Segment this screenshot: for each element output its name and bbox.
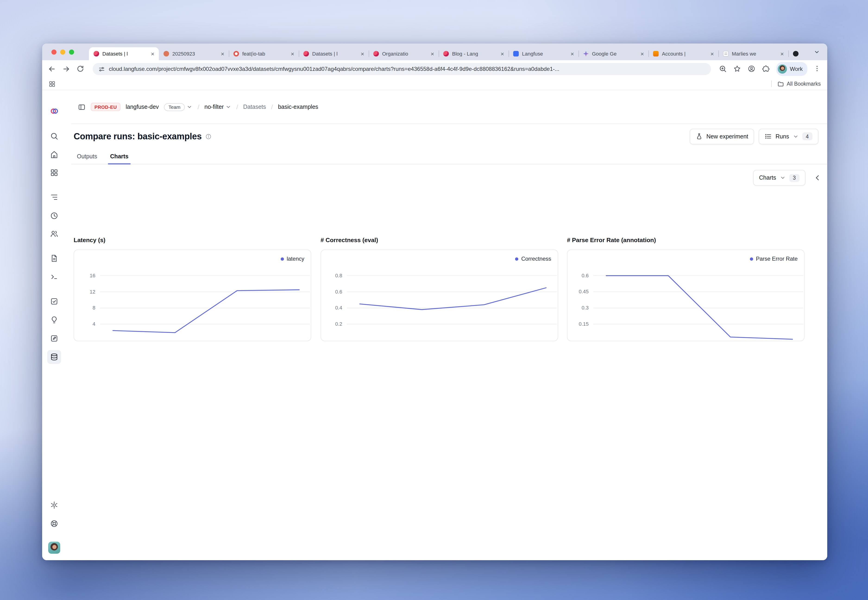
browser-tab[interactable]: docs: add× <box>788 47 801 60</box>
search-icon[interactable] <box>50 132 58 140</box>
svg-text:0.6: 0.6 <box>581 273 589 279</box>
datasets-icon[interactable] <box>50 353 58 361</box>
org-name[interactable]: langfuse-dev <box>126 104 159 110</box>
prompts-icon[interactable] <box>50 254 58 262</box>
sidebar-toggle-icon[interactable] <box>78 103 86 111</box>
extensions-puzzle-icon[interactable] <box>762 65 770 73</box>
chevron-down-icon <box>793 133 798 139</box>
judge-lightbulb-icon[interactable] <box>50 316 58 324</box>
blue-favicon <box>513 51 519 56</box>
annotation-icon[interactable] <box>50 334 58 342</box>
charts-dropdown-button[interactable]: Charts 3 <box>753 170 806 186</box>
browser-tab[interactable]: Langfuse× <box>508 47 578 60</box>
tab-close-icon[interactable]: × <box>639 50 646 57</box>
charts-dropdown-label: Charts <box>759 174 776 181</box>
svg-text:0.6: 0.6 <box>335 289 342 295</box>
tab-close-icon[interactable]: × <box>149 50 156 57</box>
project-switcher[interactable]: no-filter <box>205 104 231 110</box>
breadcrumb-separator: / <box>271 103 273 111</box>
forward-button[interactable] <box>62 65 70 73</box>
reload-button[interactable] <box>76 65 85 73</box>
browser-tab[interactable]: Marlies we× <box>718 47 788 60</box>
support-icon[interactable] <box>50 520 58 528</box>
tab-close-icon[interactable]: × <box>499 50 506 57</box>
info-icon[interactable] <box>205 133 212 139</box>
chart-card: Correctness 0.20.40.60.8 <box>320 250 558 341</box>
playground-terminal-icon[interactable] <box>50 273 58 281</box>
browser-tab[interactable]: Organizatio× <box>369 47 439 60</box>
runs-label: Runs <box>775 133 789 139</box>
tab-outputs[interactable]: Outputs <box>76 148 98 164</box>
list-icon <box>765 133 772 140</box>
collapse-panel-chevron-icon[interactable] <box>814 174 821 182</box>
back-button[interactable] <box>48 65 56 73</box>
org-switcher[interactable]: Team <box>164 103 193 111</box>
tab-charts[interactable]: Charts <box>109 148 129 164</box>
browser-tab[interactable]: feat(io-tab× <box>229 47 299 60</box>
browser-extension-icon[interactable] <box>748 65 756 73</box>
browser-profile-chip[interactable]: Work <box>776 62 807 76</box>
maximize-window-button[interactable] <box>69 50 74 55</box>
site-settings-icon[interactable] <box>98 65 105 73</box>
breadcrumb-separator: / <box>236 103 238 111</box>
chart-group-latency: Latency (s) latency 481216 <box>74 236 311 341</box>
chart-title: # Correctness (eval) <box>320 236 558 244</box>
user-avatar[interactable] <box>48 542 60 554</box>
charts-content: Charts 3 Latency (s) latency 481216 <box>71 164 827 560</box>
zoom-icon[interactable] <box>719 65 727 73</box>
langfuse-app: PROD-EU langfuse-dev Team / no-filter / … <box>42 90 827 560</box>
svg-text:0.3: 0.3 <box>581 305 589 311</box>
browser-menu-kebab-icon[interactable] <box>813 65 822 73</box>
browser-tab[interactable]: Blog - Lang× <box>439 47 508 60</box>
bookmarks-separator <box>771 80 771 87</box>
browser-window: Datasets | l×20250923×feat(io-tab×Datase… <box>42 44 827 560</box>
runs-dropdown-button[interactable]: Runs 4 <box>759 129 818 144</box>
browser-tab[interactable]: Google Ge× <box>578 47 648 60</box>
apps-grid-icon[interactable] <box>49 80 56 87</box>
tab-close-icon[interactable]: × <box>219 50 226 57</box>
browser-tab[interactable]: Datasets | l× <box>89 47 159 60</box>
doc-favicon <box>723 51 728 56</box>
langfuse-logo[interactable] <box>50 107 58 115</box>
minimize-window-button[interactable] <box>60 50 65 55</box>
tab-close-icon[interactable]: × <box>359 50 366 57</box>
breadcrumb-datasets-link[interactable]: Datasets <box>243 104 266 110</box>
tab-close-icon[interactable]: × <box>289 50 296 57</box>
close-window-button[interactable] <box>52 50 56 55</box>
tracing-icon[interactable] <box>50 193 58 202</box>
charts-count-badge: 3 <box>789 174 800 182</box>
breadcrumb-separator: / <box>197 103 199 111</box>
page-title: Compare runs: basic-examples <box>74 131 202 141</box>
tab-close-icon[interactable]: × <box>778 50 786 57</box>
tab-close-icon[interactable]: × <box>429 50 436 57</box>
bookmark-star-icon[interactable] <box>733 65 742 73</box>
tab-close-icon[interactable]: × <box>569 50 576 57</box>
browser-tab[interactable]: Accounts |× <box>648 47 718 60</box>
legend-dot <box>515 257 519 261</box>
evaluators-icon[interactable] <box>50 297 58 306</box>
gemini-favicon <box>583 51 589 56</box>
tab-search-chevron-icon[interactable] <box>812 48 821 56</box>
tab-title: Datasets | l <box>102 51 146 56</box>
browser-tab[interactable]: Datasets | l× <box>299 47 369 60</box>
chart-legend: Parse Error Rate <box>750 256 798 262</box>
breadcrumb-dataset-name[interactable]: basic-examples <box>278 104 318 110</box>
home-icon[interactable] <box>50 150 58 159</box>
browser-tab[interactable]: 20250923× <box>159 47 229 60</box>
all-bookmarks-button[interactable]: All Bookmarks <box>777 80 821 87</box>
dashboards-icon[interactable] <box>50 168 58 177</box>
latency-line-chart: 481216 <box>74 250 311 341</box>
address-bar[interactable]: cloud.langfuse.com/project/cmfwgv8fx002o… <box>93 63 711 75</box>
new-experiment-button[interactable]: New experiment <box>690 129 754 144</box>
project-name: no-filter <box>205 104 224 110</box>
claude-favicon <box>164 51 169 56</box>
tab-close-icon[interactable]: × <box>709 50 716 57</box>
settings-gear-icon[interactable] <box>50 501 58 509</box>
sessions-clock-icon[interactable] <box>50 212 58 220</box>
app-header: PROD-EU langfuse-dev Team / no-filter / … <box>71 90 827 124</box>
svg-text:16: 16 <box>90 273 95 279</box>
svg-text:0.4: 0.4 <box>335 305 342 311</box>
users-icon[interactable] <box>50 230 58 238</box>
flask-icon <box>696 133 703 140</box>
langfuse-favicon <box>373 51 379 56</box>
